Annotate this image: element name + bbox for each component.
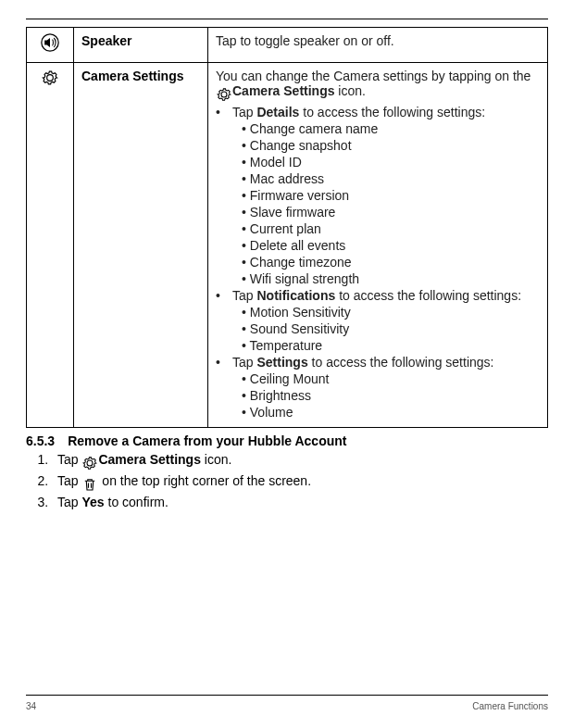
row-desc: You can change the Camera settings by ta… <box>208 63 548 428</box>
speaker-icon <box>41 33 59 55</box>
gear-icon <box>81 455 98 471</box>
trash-icon <box>81 476 98 493</box>
row-name: Speaker <box>74 28 208 63</box>
step-item: Tap Yes to confirm. <box>52 495 548 509</box>
settings-table: SpeakerTap to toggle speaker on or off.C… <box>26 27 548 428</box>
gear-icon <box>216 86 232 103</box>
row-name: Camera Settings <box>74 63 208 428</box>
footer-label: Camera Functions <box>472 701 548 711</box>
step-item: Tap on the top right corner of the scree… <box>52 473 548 493</box>
section-heading: 6.5.3Remove a Camera from your Hubble Ac… <box>26 433 548 448</box>
row-desc: Tap to toggle speaker on or off. <box>208 28 548 63</box>
gear-icon <box>41 69 59 90</box>
page-number: 34 <box>26 701 36 711</box>
page-footer: 34 Camera Functions <box>26 695 548 711</box>
table-row: Camera SettingsYou can change the Camera… <box>27 63 548 428</box>
step-item: Tap Camera Settings icon. <box>52 452 548 471</box>
steps-list: Tap Camera Settings icon.Tap on the top … <box>26 452 548 509</box>
table-row: SpeakerTap to toggle speaker on or off. <box>27 28 548 63</box>
